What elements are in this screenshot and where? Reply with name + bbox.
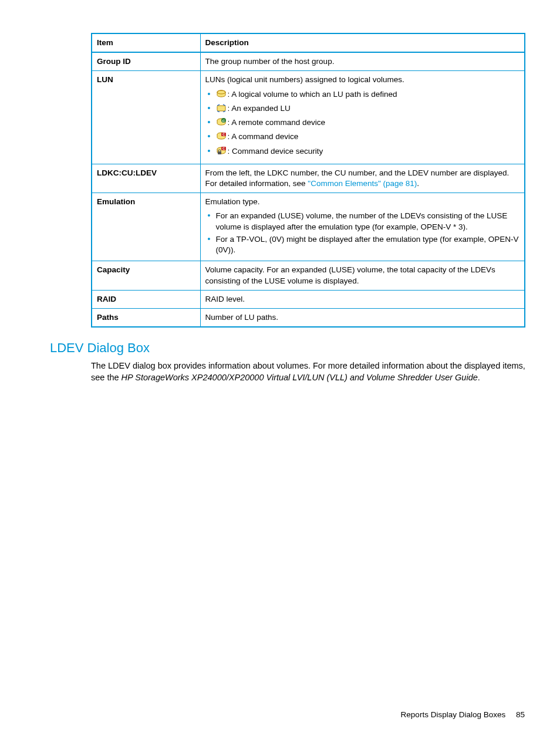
para-italic: HP StorageWorks XP24000/XP20000 Virtual … (122, 373, 478, 382)
row-raid-desc: RAID level. (200, 290, 525, 308)
list-item: : A logical volume to which an LU path i… (216, 89, 520, 100)
lun-intro-text: LUNs (logical unit numbers) assigned to … (205, 75, 404, 84)
row-raid-item: RAID (92, 290, 200, 308)
emulation-intro: Emulation type. (205, 197, 260, 206)
row-paths-item: Paths (92, 308, 200, 327)
svg-text:C: C (222, 147, 225, 150)
items-description-table: Item Description Group ID The group numb… (91, 33, 525, 328)
expanded-lu-icon (216, 104, 227, 112)
lun-icon-text-0: : A logical volume to which an LU path i… (228, 90, 397, 99)
remote-cmd-dev-icon: C (216, 118, 227, 126)
col-header-description: Description (200, 33, 525, 52)
page-footer: Reports Display Dialog Boxes 85 (401, 710, 525, 719)
volume-icon (216, 90, 227, 98)
list-item: For a TP-VOL, (0V) might be displayed af… (216, 234, 520, 255)
cmd-dev-security-icon: C (216, 147, 227, 155)
row-capacity-item: Capacity (92, 261, 200, 290)
row-group-id-desc: The group number of the host group. (200, 52, 525, 71)
ldkc-desc-post: . (417, 179, 419, 188)
section-heading-ldev: LDEV Dialog Box (50, 340, 525, 356)
lun-icon-text-4: : Command device security (228, 147, 323, 156)
row-ldkc-desc: From the left, the LDKC number, the CU n… (200, 164, 525, 193)
row-ldkc-item: LDKC:CU:LDEV (92, 164, 200, 193)
list-item: C : A remote command device (216, 117, 520, 128)
footer-text: Reports Display Dialog Boxes (401, 710, 506, 719)
col-header-item: Item (92, 33, 200, 52)
lun-icon-text-1: : An expanded LU (228, 104, 291, 113)
row-group-id-item: Group ID (92, 52, 200, 71)
list-item: For an expanded (LUSE) volume, the numbe… (216, 211, 520, 232)
list-item: : An expanded LU (216, 103, 520, 114)
section-paragraph: The LDEV dialog box provides information… (91, 360, 525, 383)
svg-rect-2 (217, 106, 225, 111)
row-capacity-desc: Volume capacity. For an expanded (LUSE) … (200, 261, 525, 290)
row-lun-item: LUN (92, 71, 200, 164)
row-emulation-desc: Emulation type. For an expanded (LUSE) v… (200, 193, 525, 261)
list-item: C : Command device security (216, 146, 520, 157)
para-post: . (478, 373, 480, 382)
row-lun-desc: LUNs (logical unit numbers) assigned to … (200, 71, 525, 164)
footer-page-number: 85 (516, 710, 525, 719)
row-paths-desc: Number of LU paths. (200, 308, 525, 327)
row-emulation-item: Emulation (92, 193, 200, 261)
common-elements-link[interactable]: "Common Elements" (page 81) (308, 179, 417, 188)
list-item: C : A command device (216, 131, 520, 142)
lun-icon-text-3: : A command device (228, 132, 299, 141)
svg-text:C: C (222, 133, 225, 136)
svg-rect-12 (218, 151, 221, 154)
lun-icon-text-2: : A remote command device (228, 118, 326, 127)
cmd-dev-icon: C (216, 132, 227, 140)
svg-text:C: C (222, 119, 225, 123)
